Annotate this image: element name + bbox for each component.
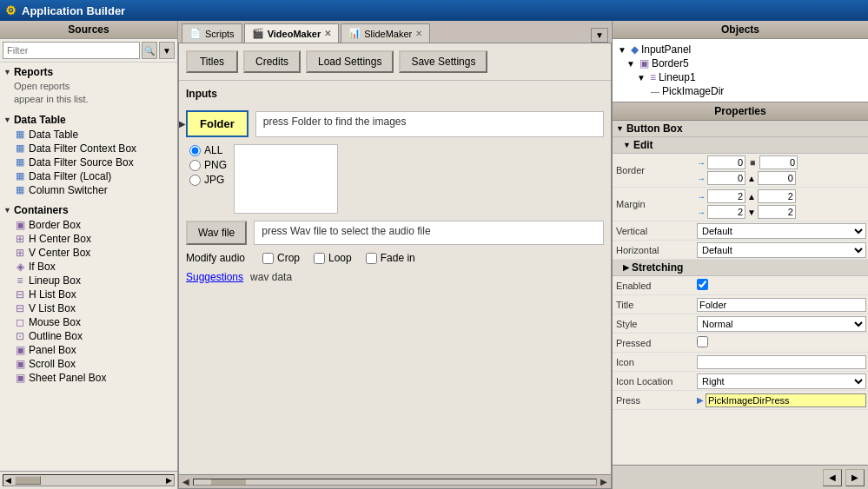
obj-item-lineup1[interactable]: ▼ ≡ Lineup1 bbox=[616, 70, 865, 84]
obj-item-inputpanel[interactable]: ▼ ◆ InputPanel bbox=[616, 43, 865, 56]
margin-h2-input[interactable] bbox=[707, 205, 745, 219]
containers-section[interactable]: ▼ Containers bbox=[2, 202, 176, 218]
tab-videomaker[interactable]: 🎬 VideoMaker ✕ bbox=[244, 23, 340, 43]
radio-jpg-input[interactable] bbox=[189, 175, 201, 186]
margin-h-input[interactable] bbox=[707, 189, 745, 203]
style-select[interactable]: Normal Flat Raised bbox=[697, 316, 866, 332]
list-item[interactable]: ◈ If Box bbox=[12, 260, 176, 274]
save-settings-button[interactable]: Save Settings bbox=[399, 50, 487, 73]
radio-png-input[interactable] bbox=[189, 160, 201, 171]
datatable-section[interactable]: ▼ Data Table bbox=[2, 112, 176, 128]
containers-label: Containers bbox=[14, 204, 69, 216]
right-btn-1[interactable]: ◀ bbox=[823, 469, 842, 486]
list-item[interactable]: ⊞ H Center Box bbox=[12, 232, 176, 246]
border-right-input[interactable] bbox=[759, 155, 798, 169]
box-icon: ⊡ bbox=[14, 330, 26, 342]
wav-button[interactable]: Wav file bbox=[186, 221, 247, 245]
list-item[interactable]: ▦ Data Filter (Local) bbox=[12, 169, 176, 183]
right-btn-2[interactable]: ▶ bbox=[845, 469, 865, 486]
center-scroll-left[interactable]: ◀ bbox=[179, 477, 193, 486]
list-item[interactable]: ▣ Sheet Panel Box bbox=[12, 371, 176, 385]
videomaker-tab-close[interactable]: ✕ bbox=[324, 29, 331, 38]
radio-all-input[interactable] bbox=[189, 145, 201, 156]
margin-arrow: → bbox=[697, 192, 706, 202]
list-item[interactable]: ▦ Data Filter Source Box bbox=[12, 155, 176, 169]
list-item[interactable]: ▣ Border Box bbox=[12, 218, 176, 232]
credits-button[interactable]: Credits bbox=[243, 50, 301, 73]
list-item[interactable]: ⊞ V Center Box bbox=[12, 246, 176, 260]
title-input[interactable] bbox=[697, 298, 866, 312]
press-icon: ▶ bbox=[697, 395, 704, 405]
folder-button[interactable]: Folder bbox=[186, 110, 248, 137]
expand-arrow: ▼ bbox=[618, 45, 626, 55]
center-scroll-thumb[interactable] bbox=[211, 479, 246, 485]
left-panel-scrollbar[interactable]: ◀ ▶ bbox=[0, 471, 177, 489]
horizontal-select[interactable]: Default Left Center Right bbox=[697, 242, 866, 258]
item-label: H Center Box bbox=[29, 233, 91, 245]
slidemaker-tab-close[interactable]: ✕ bbox=[415, 29, 422, 38]
vertical-select[interactable]: Default Top Center Bottom bbox=[697, 223, 866, 239]
list-item[interactable]: ◻ Mouse Box bbox=[12, 315, 176, 329]
folder-btn-wrapper: ▶ Folder bbox=[186, 110, 248, 137]
border-left-input[interactable] bbox=[758, 171, 796, 185]
scroll-thumb[interactable] bbox=[15, 476, 41, 485]
center-scroll-right[interactable]: ▶ bbox=[597, 477, 611, 486]
reports-section[interactable]: ▼ Reports bbox=[2, 64, 176, 80]
item-label: Data Filter Context Box bbox=[29, 142, 136, 155]
margin-v-input[interactable] bbox=[758, 189, 796, 203]
center-panel: 📄 Scripts 🎬 VideoMaker ✕ 📊 SlideMaker ✕ … bbox=[178, 21, 612, 489]
border-top-input[interactable] bbox=[707, 155, 745, 169]
buttonbox-section-header[interactable]: ▼ Button Box bbox=[613, 121, 868, 137]
obj-item-pickimagedir[interactable]: — PickImageDir bbox=[616, 84, 865, 98]
list-item[interactable]: ⊟ V List Box bbox=[12, 301, 176, 315]
icon-location-select[interactable]: Left Right Top Bottom bbox=[697, 373, 866, 389]
list-item[interactable]: ⊟ H List Box bbox=[12, 287, 176, 301]
loop-checkbox[interactable] bbox=[314, 253, 325, 264]
table-icon: ▦ bbox=[14, 142, 26, 155]
list-item[interactable]: ▦ Column Switcher bbox=[12, 183, 176, 197]
list-item[interactable]: ≡ Lineup Box bbox=[12, 274, 176, 287]
scroll-track[interactable] bbox=[13, 476, 164, 485]
titles-button[interactable]: Titles bbox=[186, 50, 238, 73]
center-horizontal-scrollbar[interactable]: ◀ ▶ bbox=[179, 474, 611, 488]
tab-scripts[interactable]: 📄 Scripts bbox=[182, 23, 242, 43]
crop-checkbox-label[interactable]: Crop bbox=[262, 252, 300, 264]
wav-description: press Wav file to select the audio file bbox=[254, 221, 604, 245]
list-item[interactable]: ▦ Data Table bbox=[12, 128, 176, 142]
tab-list-button[interactable]: ▼ bbox=[591, 28, 608, 43]
load-settings-button[interactable]: Load Settings bbox=[306, 50, 394, 73]
filter-input[interactable] bbox=[3, 42, 140, 59]
filter-search-button[interactable]: 🔍 bbox=[142, 42, 157, 59]
icon-input[interactable] bbox=[697, 355, 866, 369]
item-label: Sheet Panel Box bbox=[29, 372, 106, 384]
pressed-checkbox[interactable] bbox=[697, 336, 708, 347]
fadein-checkbox-label[interactable]: Fade in bbox=[366, 252, 415, 264]
edit-section-header[interactable]: ▼ Edit bbox=[613, 137, 868, 154]
list-item[interactable]: ▣ Scroll Box bbox=[12, 357, 176, 371]
icon-location-prop-label: Icon Location bbox=[613, 374, 695, 388]
scroll-right-arrow[interactable]: ▶ bbox=[164, 476, 174, 485]
fadein-checkbox[interactable] bbox=[366, 253, 377, 264]
stretching-section-header[interactable]: ▶ Stretching bbox=[613, 260, 868, 276]
loop-checkbox-label[interactable]: Loop bbox=[314, 252, 352, 264]
suggestions-link[interactable]: Suggestions bbox=[186, 271, 243, 283]
radio-png[interactable]: PNG bbox=[189, 159, 227, 171]
center-scroll-track[interactable] bbox=[193, 479, 597, 486]
list-item[interactable]: ▦ Data Filter Context Box bbox=[12, 142, 176, 155]
filter-dropdown-button[interactable]: ▼ bbox=[159, 42, 175, 59]
obj-item-border5[interactable]: ▼ ▣ Border5 bbox=[616, 56, 865, 70]
press-input[interactable] bbox=[706, 393, 866, 407]
list-item[interactable]: ▣ Panel Box bbox=[12, 343, 176, 357]
radio-all[interactable]: ALL bbox=[189, 144, 227, 156]
crop-checkbox[interactable] bbox=[262, 253, 274, 264]
scroll-left-arrow[interactable]: ◀ bbox=[3, 476, 13, 485]
horizontal-prop-row: Horizontal Default Left Center Right bbox=[613, 241, 868, 260]
tab-slidemaker[interactable]: 📊 SlideMaker ✕ bbox=[341, 23, 430, 43]
radio-jpg[interactable]: JPG bbox=[189, 174, 227, 186]
containers-items: ▣ Border Box ⊞ H Center Box ⊞ V Center B… bbox=[2, 218, 176, 385]
border-bottom-input[interactable] bbox=[707, 171, 745, 185]
box-icon: ▣ bbox=[14, 372, 26, 384]
enabled-checkbox[interactable] bbox=[697, 279, 708, 290]
margin-v2-input[interactable] bbox=[758, 205, 796, 219]
list-item[interactable]: ⊡ Outline Box bbox=[12, 329, 176, 343]
